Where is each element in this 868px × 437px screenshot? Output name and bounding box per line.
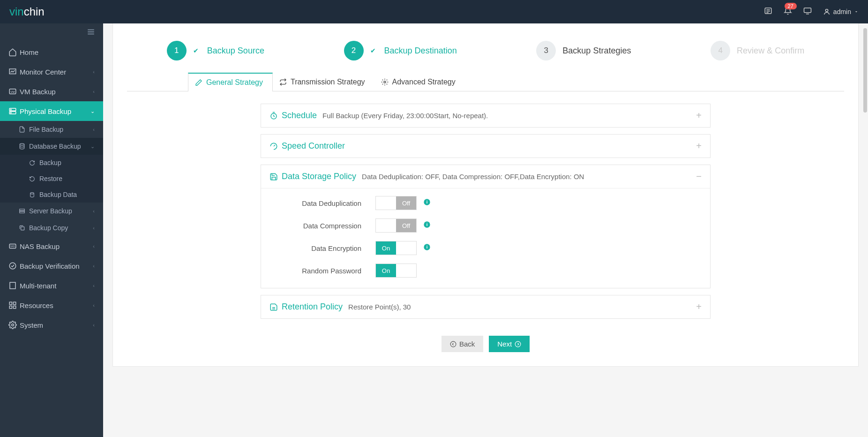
list-icon[interactable] [764, 7, 772, 17]
user-label: admin [833, 8, 851, 15]
user-icon [823, 8, 831, 15]
user-menu[interactable]: admin [823, 8, 859, 15]
svg-rect-4 [804, 8, 811, 13]
notification-badge: 27 [785, 3, 797, 9]
logo: vinchin [9, 5, 45, 18]
logo-prefix: vin [9, 5, 24, 18]
svg-point-6 [825, 9, 828, 12]
notification-bell-icon[interactable]: 27 [784, 7, 792, 17]
top-header: vinchin 27 admin [0, 0, 868, 23]
chevron-down-icon [854, 9, 859, 14]
monitor-icon[interactable] [803, 7, 812, 17]
logo-suffix: chin [24, 5, 45, 18]
